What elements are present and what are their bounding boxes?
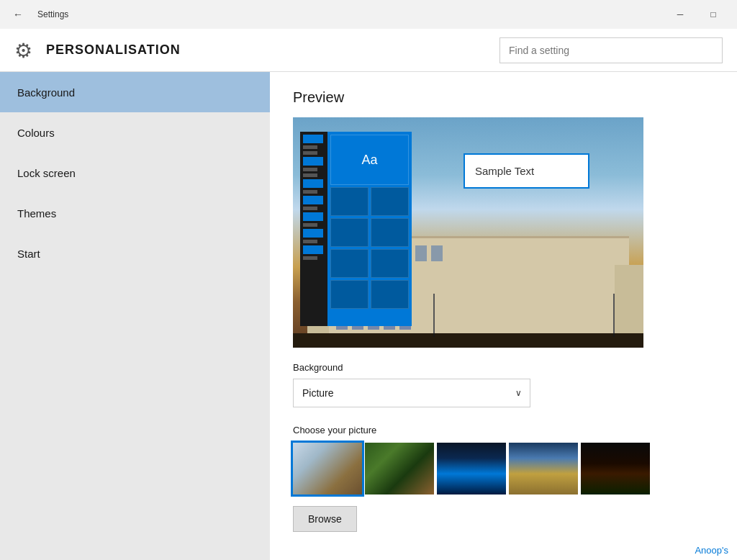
tile-med-1	[330, 187, 368, 216]
tile-med-8	[371, 280, 409, 309]
start-tile-line	[303, 173, 317, 177]
header-left: ⚙ PERSONALISATION	[14, 39, 181, 62]
tile-med-5	[330, 249, 368, 278]
lamp-post-right	[613, 294, 615, 337]
background-label: Background	[293, 362, 714, 373]
sidebar-item-label: Colours	[17, 127, 55, 139]
gear-icon: ⚙	[14, 39, 37, 62]
picture-row	[293, 443, 714, 494]
start-tile	[303, 157, 323, 166]
start-tile	[303, 245, 323, 254]
minimize-button[interactable]: ─	[664, 3, 697, 26]
sample-text-popup: Sample Text	[464, 153, 589, 189]
content-area: Preview	[270, 72, 737, 560]
sidebar-item-label: Lock screen	[17, 167, 76, 179]
start-tile-line	[303, 223, 317, 227]
start-menu-tiles: Aa	[327, 132, 412, 326]
title-bar-title: Settings	[37, 9, 68, 19]
sidebar-item-background[interactable]: Background	[0, 72, 270, 112]
back-button[interactable]: ←	[7, 4, 29, 25]
search-input[interactable]	[499, 37, 723, 63]
start-tile-line	[303, 168, 317, 171]
tile-row-2	[330, 218, 409, 247]
start-tile	[303, 135, 323, 143]
tile-med-2	[371, 187, 409, 216]
tile-aa: Aa	[330, 135, 409, 185]
start-tile-line	[303, 190, 317, 194]
tile-med-4	[371, 218, 409, 247]
tile-row-3	[330, 249, 409, 278]
start-menu-preview: Aa	[300, 132, 412, 326]
picture-thumb-2[interactable]	[365, 443, 434, 494]
tile-med-7	[330, 280, 368, 309]
main-area: Background Colours Lock screen Themes St…	[0, 72, 737, 560]
start-tile	[303, 212, 323, 221]
sidebar-item-label: Themes	[17, 207, 56, 220]
background-dropdown-container: Picture Solid color Slideshow ∨	[293, 379, 530, 407]
sidebar-item-colours[interactable]: Colours	[0, 112, 270, 153]
picture-thumb-5[interactable]	[581, 443, 650, 494]
user-label[interactable]: Anoop's	[695, 545, 728, 556]
tile-med-3	[330, 218, 368, 247]
title-bar-left: ← Settings	[7, 4, 68, 25]
start-tile-line	[303, 240, 317, 243]
picture-thumb-1[interactable]	[293, 443, 362, 494]
start-tile	[303, 179, 323, 188]
preview-container: Aa	[293, 117, 643, 348]
start-tile-line	[303, 145, 317, 149]
tile-row-4	[330, 280, 409, 309]
start-tile-line	[303, 207, 317, 210]
tile-row-1	[330, 187, 409, 216]
header: ⚙ PERSONALISATION	[0, 29, 737, 72]
picture-thumb-4[interactable]	[509, 443, 578, 494]
lamp-post-left	[433, 294, 435, 337]
title-bar-controls: ─ □	[664, 3, 730, 26]
start-tile	[303, 229, 323, 238]
background-dropdown[interactable]: Picture Solid color Slideshow	[293, 379, 530, 407]
title-bar: ← Settings ─ □	[0, 0, 737, 29]
maximize-button[interactable]: □	[697, 3, 730, 26]
sidebar-item-lock-screen[interactable]: Lock screen	[0, 153, 270, 193]
tile-med-6	[371, 249, 409, 278]
taskbar-preview	[293, 333, 643, 348]
start-tile-line	[303, 151, 317, 155]
sample-text: Sample Text	[475, 165, 534, 177]
picture-thumb-3[interactable]	[437, 443, 506, 494]
start-menu-left	[300, 132, 327, 326]
preview-title: Preview	[293, 89, 714, 106]
sidebar-item-start[interactable]: Start	[0, 233, 270, 274]
choose-picture-label: Choose your picture	[293, 425, 714, 435]
start-tile	[303, 196, 323, 204]
browse-button[interactable]: Browse	[293, 506, 357, 532]
start-tile-line	[303, 256, 317, 260]
sidebar: Background Colours Lock screen Themes St…	[0, 72, 270, 560]
building-wing-right	[615, 265, 643, 337]
sidebar-item-label: Background	[17, 86, 75, 99]
page-title: PERSONALISATION	[46, 42, 181, 58]
sidebar-item-label: Start	[17, 248, 40, 260]
sidebar-item-themes[interactable]: Themes	[0, 193, 270, 233]
